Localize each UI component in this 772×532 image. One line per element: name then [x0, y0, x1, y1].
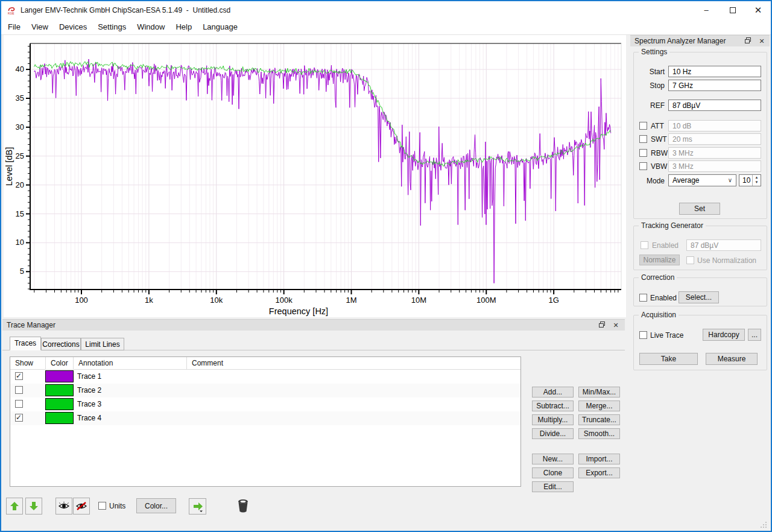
- menu-devices[interactable]: Devices: [54, 19, 92, 35]
- mode-count-value: 10: [739, 175, 753, 186]
- mode-select-value: Average: [672, 176, 699, 185]
- normalize-button[interactable]: Normalize: [639, 255, 680, 265]
- tg-enabled-checkbox[interactable]: [641, 241, 648, 249]
- menu-settings[interactable]: Settings: [92, 19, 131, 35]
- spectrum-panel-title: Spectrum Analyzer Manager: [634, 37, 726, 45]
- merge-button[interactable]: Merge...: [578, 401, 620, 411]
- tg-level-input[interactable]: [686, 239, 761, 251]
- rbw-input[interactable]: [668, 147, 761, 159]
- trace-table: ShowColorAnnotationComment Trace 1Trace …: [10, 356, 521, 487]
- menu-file[interactable]: File: [2, 19, 26, 35]
- measure-button[interactable]: Measure: [706, 353, 758, 365]
- smooth-button[interactable]: Smooth...: [578, 428, 620, 439]
- acquisition-title: Acquisition: [639, 311, 679, 319]
- trace-show-checkbox[interactable]: [15, 400, 23, 408]
- mode-label: Mode: [628, 177, 665, 185]
- multiply-button[interactable]: Multiply...: [532, 414, 574, 425]
- correction-title: Correction: [639, 273, 677, 282]
- mode-select[interactable]: Average ∨: [668, 174, 736, 186]
- trace-color-swatch[interactable]: [45, 370, 74, 382]
- start-input[interactable]: [668, 66, 761, 77]
- table-row[interactable]: Trace 3: [10, 397, 520, 411]
- eye-icon: [58, 501, 70, 511]
- stop-input[interactable]: [668, 80, 761, 91]
- swt-checkbox[interactable]: [639, 135, 647, 143]
- table-row[interactable]: Trace 4: [10, 411, 520, 425]
- dock-close-icon[interactable]: ✕: [758, 37, 766, 45]
- tab-traces[interactable]: Traces: [10, 337, 41, 350]
- x-tick-label: 100k: [276, 296, 293, 305]
- use-normalization-checkbox[interactable]: [686, 256, 694, 264]
- spinner-arrows-icon[interactable]: ▲▼: [752, 175, 761, 186]
- live-trace-checkbox[interactable]: [639, 331, 647, 339]
- vbw-input[interactable]: [668, 160, 761, 172]
- show-trace-button[interactable]: [55, 498, 72, 515]
- trace-annotation: Trace 2: [77, 384, 101, 397]
- tab-limit-lines[interactable]: Limit Lines: [81, 338, 124, 350]
- table-row[interactable]: Trace 1: [10, 370, 520, 384]
- trace-manager-title: Trace Manager: [7, 321, 55, 329]
- set-button[interactable]: Set: [679, 203, 720, 215]
- close-button[interactable]: ✕: [748, 1, 768, 19]
- delete-trace-button[interactable]: [234, 497, 252, 515]
- rbw-checkbox[interactable]: [639, 149, 647, 157]
- correction-enabled-checkbox[interactable]: [639, 294, 647, 302]
- subtract-button[interactable]: Subtract...: [532, 401, 574, 411]
- export-button[interactable]: Export...: [578, 467, 620, 478]
- new-button[interactable]: New...: [532, 454, 574, 464]
- mode-count-spinner[interactable]: 10 ▲▼: [739, 174, 761, 186]
- dock-close-icon[interactable]: ✕: [612, 321, 620, 329]
- trace-color-swatch[interactable]: [45, 398, 74, 410]
- trace-color-button[interactable]: Color...: [136, 498, 176, 513]
- x-tick-label: 1k: [145, 296, 153, 305]
- min-max-button[interactable]: Min/Max...: [578, 387, 620, 397]
- dock-float-icon[interactable]: [744, 37, 753, 45]
- add-button[interactable]: Add...: [532, 387, 574, 397]
- correction-select-button[interactable]: Select...: [679, 291, 719, 303]
- minimize-button[interactable]: –: [696, 1, 717, 19]
- table-row[interactable]: Trace 2: [10, 384, 520, 397]
- spectrum-chart[interactable]: 1001k10k100k1M10M100M1G510152025303540Fr…: [4, 35, 626, 317]
- menu-language[interactable]: Language: [197, 19, 243, 35]
- y-axis-label: Level [dB]: [4, 147, 14, 186]
- column-header-color[interactable]: Color: [46, 357, 74, 369]
- att-input[interactable]: [668, 120, 761, 131]
- vbw-checkbox[interactable]: [639, 162, 647, 170]
- dock-float-icon[interactable]: [598, 321, 607, 329]
- trace-color-swatch[interactable]: [45, 412, 74, 424]
- arrow-right-icon: [192, 501, 203, 512]
- hardcopy-more-button[interactable]: ...: [748, 329, 761, 341]
- trace-color-swatch[interactable]: [45, 384, 74, 396]
- trace-show-checkbox[interactable]: [15, 414, 23, 422]
- x-tick-label: 100: [75, 296, 88, 305]
- tab-corrections[interactable]: Corrections: [41, 338, 81, 350]
- column-header-annotation[interactable]: Annotation: [74, 357, 187, 369]
- menu-window[interactable]: Window: [131, 19, 170, 35]
- resize-grip-icon[interactable]: [760, 521, 767, 528]
- apply-button[interactable]: [189, 498, 206, 515]
- att-checkbox[interactable]: [639, 122, 647, 130]
- divide-button[interactable]: Divide...: [532, 428, 574, 439]
- hardcopy-button[interactable]: Hardcopy: [703, 329, 745, 341]
- move-up-button[interactable]: [6, 498, 23, 515]
- app-window: KGE Langer EMV-Technik GmbH ChipScan-ESA…: [0, 0, 772, 532]
- take-button[interactable]: Take: [639, 353, 698, 365]
- column-header-comment[interactable]: Comment: [187, 357, 520, 369]
- trace-annotation: Trace 4: [77, 411, 101, 425]
- swt-input[interactable]: [668, 133, 761, 145]
- units-checkbox[interactable]: [98, 502, 106, 510]
- clone-button[interactable]: Clone: [532, 467, 574, 478]
- menu-view[interactable]: View: [26, 19, 54, 35]
- import-button[interactable]: Import...: [578, 454, 620, 464]
- column-header-show[interactable]: Show: [10, 357, 46, 369]
- menu-help[interactable]: Help: [170, 19, 197, 35]
- maximize-button[interactable]: [723, 1, 743, 19]
- hide-trace-button[interactable]: [73, 498, 90, 515]
- move-down-button[interactable]: [25, 498, 42, 515]
- ref-input[interactable]: [668, 100, 761, 111]
- trace-show-checkbox[interactable]: [15, 386, 23, 394]
- trace-show-checkbox[interactable]: [15, 372, 23, 380]
- edit-button[interactable]: Edit...: [532, 481, 574, 492]
- y-tick-label: 40: [16, 65, 24, 74]
- truncate-button[interactable]: Truncate...: [578, 414, 620, 425]
